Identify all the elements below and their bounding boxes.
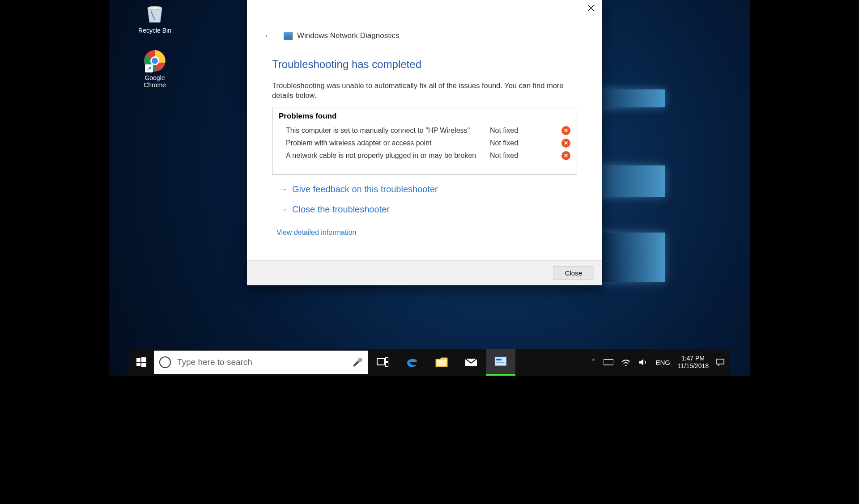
cortana-icon — [159, 356, 171, 368]
recycle-bin-icon[interactable]: Recycle Bin — [136, 0, 173, 36]
svg-rect-9 — [141, 363, 146, 367]
problem-desc: A network cable is not properly plugged … — [279, 152, 490, 160]
svg-rect-6 — [136, 358, 140, 362]
problem-row: Problem with wireless adapter or access … — [279, 137, 570, 149]
action-label: Close the troubleshooter — [292, 204, 390, 215]
svg-rect-7 — [141, 357, 146, 362]
svg-rect-8 — [136, 363, 140, 366]
task-icons — [368, 349, 515, 376]
input-indicator-icon[interactable] — [603, 349, 614, 376]
network-icon — [621, 358, 630, 366]
error-icon: ✕ — [561, 151, 570, 160]
error-icon: ✕ — [561, 126, 570, 135]
svg-rect-11 — [386, 358, 388, 361]
notification-icon — [716, 358, 725, 366]
file-explorer-button[interactable] — [427, 349, 456, 376]
wifi-icon[interactable] — [621, 349, 631, 376]
icon-label: Recycle Bin — [138, 27, 171, 34]
problem-row: This computer is set to manually connect… — [279, 124, 570, 137]
diagnostics-task-icon — [494, 356, 507, 368]
dialog-titlebar-buttons — [580, 0, 602, 16]
tray-overflow-button[interactable]: ˄ — [591, 349, 596, 376]
back-button[interactable]: ← — [259, 27, 277, 45]
windows-logo-icon — [136, 357, 146, 367]
search-box[interactable]: Type here to search 🎤 — [154, 351, 368, 374]
arrow-right-icon: → — [279, 184, 288, 195]
dialog-heading: Troubleshooting has completed — [272, 58, 577, 71]
give-feedback-link[interactable]: → Give feedback on this troubleshooter — [272, 179, 577, 199]
error-icon: ✕ — [561, 139, 570, 148]
desktop-icons: Recycle Bin ↗ Google Chrome — [132, 0, 177, 90]
app-title-row: Windows Network Diagnostics — [284, 31, 400, 40]
window-close-button[interactable] — [580, 0, 602, 16]
svg-rect-20 — [717, 359, 724, 364]
problems-header: Problems found — [279, 112, 570, 121]
svg-rect-10 — [377, 359, 384, 365]
svg-rect-16 — [496, 359, 502, 360]
icon-label: Google Chrome — [144, 74, 166, 89]
search-placeholder: Type here to search — [177, 357, 346, 367]
folder-icon — [435, 356, 448, 368]
time-label: 1:47 PM — [681, 355, 705, 362]
problem-status: Not fixed — [490, 127, 553, 135]
problem-desc: Problem with wireless adapter or access … — [279, 139, 490, 147]
trash-icon — [143, 2, 166, 25]
clock[interactable]: 1:47 PM 11/15/2018 — [677, 355, 709, 370]
svg-rect-13 — [437, 360, 447, 366]
svg-point-0 — [148, 6, 162, 10]
shortcut-arrow-icon: ↗ — [145, 64, 153, 72]
problems-box: Problems found This computer is set to m… — [272, 107, 577, 175]
desktop: Recycle Bin ↗ Google Chrome ← — [109, 0, 750, 376]
speaker-icon — [638, 358, 647, 366]
taskbar: Type here to search 🎤 — [129, 349, 730, 376]
action-label: Give feedback on this troubleshooter — [292, 184, 438, 195]
dialog-footer: Close — [247, 260, 602, 285]
diagnostics-icon — [284, 32, 293, 40]
edge-icon — [405, 356, 419, 369]
problem-status: Not fixed — [490, 152, 553, 160]
app-title: Windows Network Diagnostics — [297, 31, 400, 40]
svg-rect-12 — [386, 363, 388, 366]
language-indicator[interactable]: ENG — [655, 349, 671, 376]
close-button[interactable]: Close — [553, 266, 594, 280]
close-troubleshooter-link[interactable]: → Close the troubleshooter — [272, 199, 577, 220]
svg-point-19 — [625, 364, 627, 366]
arrow-right-icon: → — [279, 204, 288, 215]
problem-status: Not fixed — [490, 139, 553, 147]
volume-icon[interactable] — [638, 349, 648, 376]
action-center-button[interactable] — [715, 349, 726, 376]
view-detailed-info-link[interactable]: View detailed information — [272, 220, 361, 237]
close-icon — [588, 5, 594, 11]
edge-button[interactable] — [397, 349, 427, 376]
svg-point-3 — [152, 58, 158, 64]
microphone-icon[interactable]: 🎤 — [353, 357, 362, 367]
svg-rect-17 — [496, 362, 504, 363]
dialog-description: Troubleshooting was unable to automatica… — [272, 80, 577, 101]
start-button[interactable] — [129, 349, 154, 376]
google-chrome-icon[interactable]: ↗ Google Chrome — [141, 47, 168, 90]
diagnostics-task-button[interactable] — [486, 349, 515, 376]
mail-button[interactable] — [456, 349, 486, 376]
system-tray: ˄ ENG — [591, 349, 730, 376]
dialog-header: ← Windows Network Diagnostics — [247, 0, 602, 45]
keyboard-icon — [604, 359, 613, 366]
task-view-button[interactable] — [368, 349, 397, 376]
language-label: ENG — [655, 359, 670, 366]
svg-rect-18 — [604, 360, 613, 365]
task-view-icon — [377, 357, 388, 367]
troubleshooter-dialog: ← Windows Network Diagnostics Troublesho… — [247, 0, 602, 285]
problem-desc: This computer is set to manually connect… — [279, 127, 490, 135]
problem-row: A network cable is not properly plugged … — [279, 149, 570, 162]
dialog-body: Troubleshooting has completed Troublesho… — [247, 45, 602, 260]
mail-icon — [464, 357, 478, 368]
date-label: 11/15/2018 — [677, 362, 709, 370]
svg-rect-15 — [495, 357, 506, 366]
